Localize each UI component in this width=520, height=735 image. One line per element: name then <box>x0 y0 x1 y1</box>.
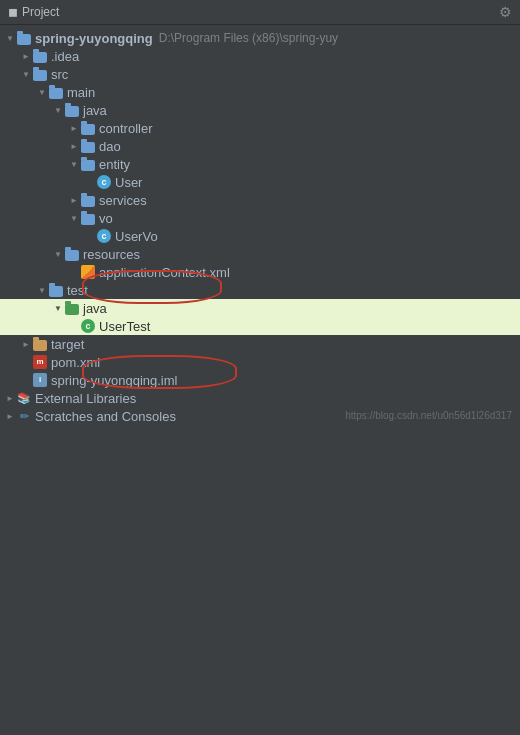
tree-item-label: src <box>51 67 68 82</box>
tree-item-external-libraries[interactable]: ►📚External Libraries <box>0 389 520 407</box>
xml-icon <box>80 264 96 280</box>
tree-arrow[interactable]: ► <box>68 124 80 133</box>
tree-item-java-test[interactable]: ▼java <box>0 299 520 317</box>
tree-arrow[interactable]: ▼ <box>4 34 16 43</box>
tree-item-src[interactable]: ▼src <box>0 65 520 83</box>
panel-header: ◼ Project ⚙ <box>0 0 520 25</box>
tree-item-label: pom.xml <box>51 355 100 370</box>
tree-item-label: target <box>51 337 84 352</box>
tree-item-controller[interactable]: ►controller <box>0 119 520 137</box>
folder-blue-icon <box>48 84 64 100</box>
tree-item-idea[interactable]: ►.idea <box>0 47 520 65</box>
tree-arrow[interactable]: ▼ <box>52 304 64 313</box>
tree-item-java[interactable]: ▼java <box>0 101 520 119</box>
java-class-icon: c <box>96 174 112 190</box>
tree-item-target[interactable]: ►target <box>0 335 520 353</box>
tree-item-label: services <box>99 193 147 208</box>
tree-arrow[interactable]: ▼ <box>36 88 48 97</box>
tree-item-test[interactable]: ▼test <box>0 281 520 299</box>
tree-item-label: entity <box>99 157 130 172</box>
folder-blue-icon <box>32 66 48 82</box>
tree-item-label: test <box>67 283 88 298</box>
tree-arrow[interactable]: ► <box>4 412 16 421</box>
tree-arrow[interactable]: ► <box>20 340 32 349</box>
folder-blue-icon <box>48 282 64 298</box>
tree-item-dao[interactable]: ►dao <box>0 137 520 155</box>
tree-item-label: .idea <box>51 49 79 64</box>
folder-blue-icon <box>80 192 96 208</box>
tree-item-iml[interactable]: ispring-yuyongqing.iml <box>0 371 520 389</box>
tree-item-resources[interactable]: ▼resources <box>0 245 520 263</box>
tree-item-label: vo <box>99 211 113 226</box>
tree-arrow[interactable]: ▼ <box>20 70 32 79</box>
tree-item-label: resources <box>83 247 140 262</box>
gear-icon[interactable]: ⚙ <box>499 4 512 20</box>
tree-arrow[interactable]: ▼ <box>36 286 48 295</box>
folder-blue-icon <box>80 138 96 154</box>
folder-blue-icon <box>80 210 96 226</box>
tree-item-spring-yuyongqing[interactable]: ▼spring-yuyongqingD:\Program Files (x86)… <box>0 29 520 47</box>
tree-item-entity[interactable]: ▼entity <box>0 155 520 173</box>
project-panel: ◼ Project ⚙ ▼spring-yuyongqingD:\Program… <box>0 0 520 735</box>
pom-icon: m <box>32 354 48 370</box>
java-class-icon: c <box>96 228 112 244</box>
tree-arrow[interactable]: ▼ <box>52 106 64 115</box>
tree-item-label: main <box>67 85 95 100</box>
project-folder-icon <box>16 30 32 46</box>
java-class-anim-icon: c <box>80 318 96 334</box>
tree-item-label: Scratches and Consoles <box>35 409 176 424</box>
tree-arrow[interactable]: ► <box>68 142 80 151</box>
tree-item-UserTest[interactable]: cUserTest <box>0 317 520 335</box>
tree-item-User[interactable]: cUser <box>0 173 520 191</box>
panel-title: Project <box>22 5 59 19</box>
tree-item-pom[interactable]: mpom.xml <box>0 353 520 371</box>
tree-arrow[interactable]: ► <box>68 196 80 205</box>
folder-green-icon <box>64 300 80 316</box>
tree-arrow[interactable]: ▼ <box>52 250 64 259</box>
tree-item-vo[interactable]: ▼vo <box>0 209 520 227</box>
tree-item-label: controller <box>99 121 152 136</box>
tree-item-label: spring-yuyongqing <box>35 31 153 46</box>
tree-item-label: applicationContext.xml <box>99 265 230 280</box>
tree-wrapper: ▼spring-yuyongqingD:\Program Files (x86)… <box>0 25 520 429</box>
tree-arrow[interactable]: ► <box>20 52 32 61</box>
tree-item-label: dao <box>99 139 121 154</box>
folder-orange-icon <box>32 336 48 352</box>
folder-blue-icon <box>80 120 96 136</box>
iml-icon: i <box>32 372 48 388</box>
tree-item-main[interactable]: ▼main <box>0 83 520 101</box>
folder-blue-icon <box>64 102 80 118</box>
ext-lib-icon: 📚 <box>16 390 32 406</box>
tree-arrow[interactable]: ▼ <box>68 214 80 223</box>
tree-item-label: External Libraries <box>35 391 136 406</box>
project-path: D:\Program Files (x86)\spring-yuy <box>159 31 338 45</box>
tree-arrow[interactable]: ▼ <box>68 160 80 169</box>
folder-blue-icon <box>32 48 48 64</box>
watermark: https://blog.csdn.net/u0n56d1l26d317 <box>345 410 512 421</box>
folder-blue-icon <box>80 156 96 172</box>
tree-item-label: java <box>83 301 107 316</box>
scratch-icon: ✏ <box>16 408 32 424</box>
tree-item-UserVo[interactable]: cUserVo <box>0 227 520 245</box>
tree-item-label: UserTest <box>99 319 150 334</box>
tree-item-services[interactable]: ►services <box>0 191 520 209</box>
tree-item-label: User <box>115 175 142 190</box>
folder-blue-icon <box>64 246 80 262</box>
project-icon: ◼ <box>8 5 18 19</box>
tree-arrow[interactable]: ► <box>4 394 16 403</box>
tree-container[interactable]: ▼spring-yuyongqingD:\Program Files (x86)… <box>0 25 520 429</box>
tree-item-applicationContext[interactable]: applicationContext.xml <box>0 263 520 281</box>
tree-item-label: UserVo <box>115 229 158 244</box>
tree-item-label: java <box>83 103 107 118</box>
tree-item-label: spring-yuyongqing.iml <box>51 373 177 388</box>
